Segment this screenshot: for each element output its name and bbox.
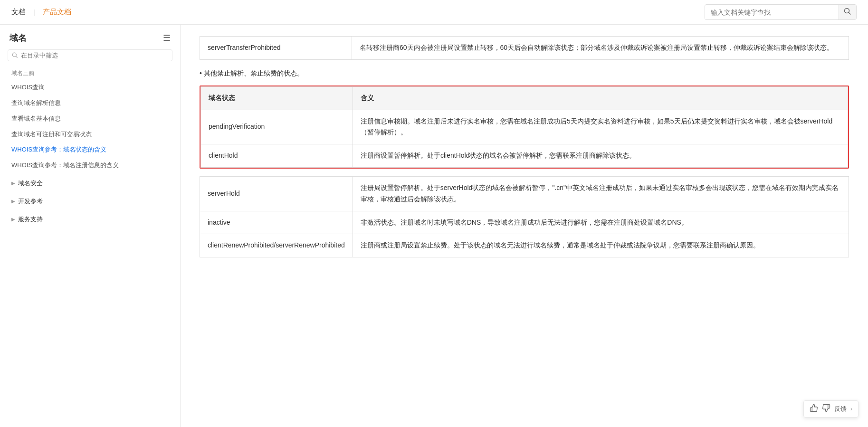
feedback-arrow-icon[interactable]: › <box>850 406 852 412</box>
table-row-client-hold: clientHold 注册商设置暂停解析。处于clientHold状态的域名会被… <box>201 144 848 168</box>
sidebar-section-dev: ▶ 开发参考 <box>8 193 172 209</box>
sidebar-navigation: 域名三购 WHOIS查询 查询域名解析信息 查看域名基本信息 查询域名可注册和可… <box>0 67 180 228</box>
feedback-bar: 反馈 › <box>803 400 858 418</box>
sidebar-item-domain-security[interactable]: ▶ 域名安全 <box>8 175 172 191</box>
table-row-server-hold: serverHold 注册局设置暂停解析。处于serverHold状态的域名会被… <box>200 176 849 211</box>
arrow-icon-security: ▶ <box>11 180 15 186</box>
svg-line-3 <box>16 57 18 58</box>
table-row-inactive: inactive 非激活状态。注册域名时未填写域名DNS，导致域名注册成功后无法… <box>200 211 849 234</box>
sidebar-item-security-label: 域名安全 <box>18 179 43 188</box>
sidebar-item-dns-query[interactable]: 查询域名解析信息 <box>8 95 172 111</box>
cell-meaning-client-hold: 注册商设置暂停解析。处于clientHold状态的域名会被暂停解析，您需联系注册… <box>353 144 848 168</box>
sidebar-item-support[interactable]: ▶ 服务支持 <box>8 211 172 228</box>
thumbup-button[interactable] <box>810 404 818 414</box>
sidebar-item-whois-reg[interactable]: WHOIS查询参考：域名注册信息的含义 <box>8 158 172 173</box>
sidebar-filter-input[interactable] <box>21 52 168 59</box>
sidebar-search-wrapper <box>0 49 180 67</box>
table-row-renew-prohibited: clientRenewProhibited/serverRenewProhibi… <box>200 234 849 257</box>
bottom-table: serverHold 注册局设置暂停解析。处于serverHold状态的域名会被… <box>200 176 849 257</box>
search-input[interactable] <box>705 6 839 19</box>
nav-doc-label[interactable]: 文档 <box>11 8 26 17</box>
cell-meaning-renew-prohibited: 注册商或注册局设置禁止续费。处于该状态的域名无法进行域名续费，通常是域名处于仲裁… <box>353 234 849 257</box>
highlighted-col1-header: 域名状态 <box>201 86 353 110</box>
cell-status-server-hold: serverHold <box>200 176 353 211</box>
sidebar-item-basic-info[interactable]: 查看域名基本信息 <box>8 111 172 127</box>
thumbdown-button[interactable] <box>822 404 830 414</box>
search-bar <box>705 4 857 20</box>
top-nav: 文档 | 产品文档 <box>0 0 868 25</box>
cell-status-inactive: inactive <box>200 211 353 234</box>
arrow-icon-support: ▶ <box>11 217 15 222</box>
cell-meaning-server-transfer: 名转移注册商60天内会被注册局设置禁止转移，60天后会自动解除该状态；部分域名涉… <box>352 37 849 60</box>
sidebar: 域名 ☰ 域名三购 WHOIS查询 查询域名解析信息 查看域名基本信息 查询域名… <box>0 25 181 427</box>
sidebar-item-whois-status[interactable]: WHOIS查询参考：域名状态的含义 <box>8 142 172 158</box>
cell-meaning-server-hold: 注册局设置暂停解析。处于serverHold状态的域名会被解析暂停，".cn"中… <box>353 176 849 211</box>
sidebar-item-support-label: 服务支持 <box>18 215 43 224</box>
main-content: serverTransferProhibited 名转移注册商60天内会被注册局… <box>181 25 868 427</box>
sidebar-item-dev-label: 开发参考 <box>18 197 43 206</box>
sidebar-title: 域名 <box>10 32 27 44</box>
menu-icon[interactable]: ☰ <box>163 33 171 43</box>
body-layout: 域名 ☰ 域名三购 WHOIS查询 查询域名解析信息 查看域名基本信息 查询域名… <box>0 25 868 427</box>
top-table: serverTransferProhibited 名转移注册商60天内会被注册局… <box>200 36 849 60</box>
search-button[interactable] <box>839 5 856 19</box>
cell-meaning-pending: 注册信息审核期。域名注册后未进行实名审核，您需在域名注册成功后5天内提交实名资料… <box>353 110 848 144</box>
cell-status-renew-prohibited: clientRenewProhibited/serverRenewProhibi… <box>200 234 353 257</box>
cell-status-server-transfer: serverTransferProhibited <box>200 37 352 60</box>
highlighted-col2-header: 含义 <box>353 86 848 110</box>
sidebar-item-register-query[interactable]: 查询域名可注册和可交易状态 <box>8 127 172 142</box>
sidebar-item-dev-ref[interactable]: ▶ 开发参考 <box>8 193 172 209</box>
sidebar-section-security: ▶ 域名安全 <box>8 175 172 191</box>
highlighted-table-header: 域名状态 含义 <box>201 86 848 110</box>
cell-status-pending: pendingVerification <box>201 110 353 144</box>
sidebar-item-truncated: 域名三购 <box>8 67 172 80</box>
highlighted-table-wrapper: 域名状态 含义 pendingVerification 注册信息审核期。域名注册… <box>200 85 849 169</box>
table-row-pending-verification: pendingVerification 注册信息审核期。域名注册后未进行实名审核… <box>201 110 848 144</box>
nav-product-label[interactable]: 产品文档 <box>43 8 71 17</box>
svg-line-1 <box>849 13 851 15</box>
highlighted-table: 域名状态 含义 pendingVerification 注册信息审核期。域名注册… <box>200 86 848 168</box>
cell-status-client-hold: clientHold <box>201 144 353 168</box>
bullet-text: 其他禁止解析、禁止续费的状态。 <box>200 69 849 78</box>
feedback-label: 反馈 <box>834 405 847 413</box>
nav-separator: | <box>33 9 35 16</box>
table-row-server-transfer: serverTransferProhibited 名转移注册商60天内会被注册局… <box>200 37 849 60</box>
sidebar-section-support: ▶ 服务支持 <box>8 211 172 228</box>
sidebar-item-whois[interactable]: WHOIS查询 <box>8 80 172 95</box>
arrow-icon-dev: ▶ <box>11 199 15 204</box>
cell-meaning-inactive: 非激活状态。注册域名时未填写域名DNS，导致域名注册成功后无法进行解析，您需在注… <box>353 211 849 234</box>
